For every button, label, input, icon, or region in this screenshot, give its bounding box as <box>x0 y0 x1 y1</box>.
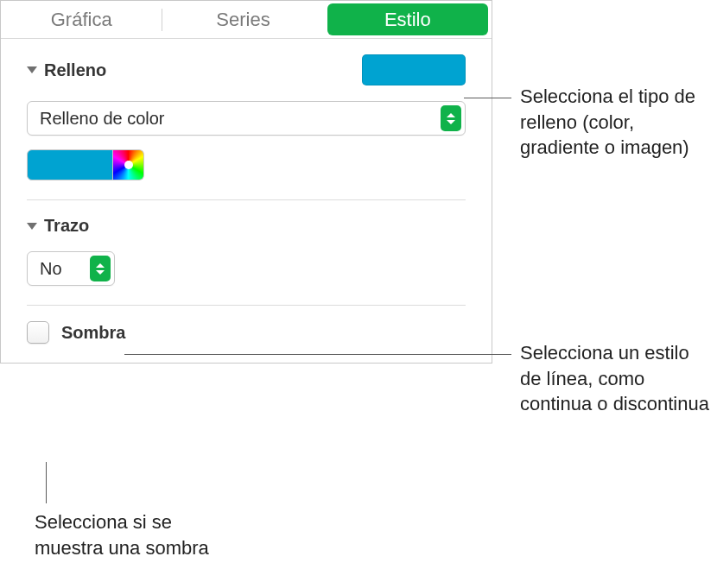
section-fill: Relleno Relleno de color <box>1 39 492 199</box>
tab-label: Estilo <box>384 9 431 31</box>
callout-line <box>464 98 511 98</box>
callout-shadow: Selecciona si se muestra una sombra <box>35 509 242 560</box>
section-stroke-header: Trazo <box>27 216 466 236</box>
shadow-label: Sombra <box>61 323 125 343</box>
section-title-fill: Relleno <box>44 60 106 80</box>
section-title-stroke: Trazo <box>44 216 89 236</box>
tab-estilo[interactable]: Estilo <box>327 3 488 35</box>
shadow-row: Sombra <box>27 321 466 344</box>
callout-line <box>46 462 47 503</box>
color-wheel-icon[interactable] <box>113 149 144 180</box>
disclosure-icon[interactable] <box>27 66 37 73</box>
callout-stroke: Selecciona un estilo de línea, como cont… <box>520 340 710 417</box>
section-fill-header: Relleno <box>27 54 466 85</box>
section-stroke: Trazo No <box>27 199 466 305</box>
popup-arrows-icon <box>441 105 461 131</box>
fill-type-popup[interactable]: Relleno de color <box>27 101 466 136</box>
tab-grafica[interactable]: Gráfica <box>1 1 162 38</box>
fill-type-label: Relleno de color <box>40 109 165 129</box>
inspector-panel: Gráfica Series Estilo Relleno Relleno de… <box>0 0 492 364</box>
fill-color-row <box>27 149 466 180</box>
popup-arrows-icon <box>90 256 111 281</box>
fill-color-well[interactable] <box>362 54 466 85</box>
tab-label: Series <box>216 9 270 31</box>
callout-line <box>124 354 511 355</box>
tab-bar: Gráfica Series Estilo <box>1 1 492 39</box>
stroke-style-label: No <box>40 259 62 279</box>
disclosure-icon[interactable] <box>27 223 37 230</box>
fill-color-swatch[interactable] <box>27 149 113 180</box>
stroke-style-popup[interactable]: No <box>27 251 115 286</box>
tab-series[interactable]: Series <box>162 1 323 38</box>
shadow-checkbox[interactable] <box>27 321 49 344</box>
tab-label: Gráfica <box>51 9 112 31</box>
callout-fill: Selecciona el tipo de relleno (color, gr… <box>520 84 710 161</box>
